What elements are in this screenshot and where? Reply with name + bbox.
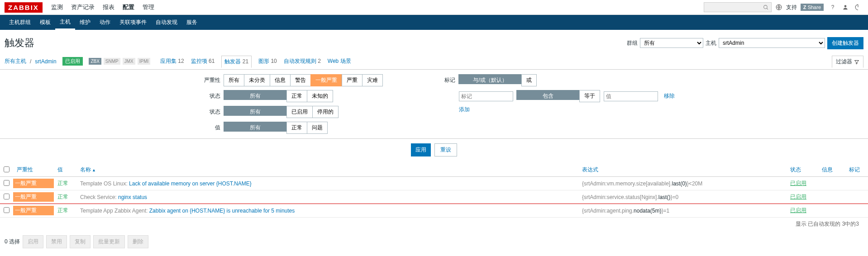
breadcrumb-host[interactable]: srtAdmin [35, 58, 56, 65]
tabs-row: 所有主机 / srtAdmin 已启用 ZBXSNMPJMXIPMI 应用集 1… [0, 53, 868, 70]
sub-nav: 主机群组模板主机维护动作关联项事件自动发现服务 [0, 15, 868, 30]
footer-btn-3: 批量更新 [93, 235, 125, 248]
tagmode-seg-opt-1[interactable]: 或 [521, 74, 537, 86]
sev-seg-opt-5[interactable]: 严重 [342, 74, 362, 86]
page-header: 触发器 群组 所有 主机 srtAdmin 创建触发器 [0, 30, 868, 53]
logout-icon[interactable] [853, 2, 863, 13]
breadcrumb-all-hosts[interactable]: 所有主机 [5, 57, 26, 65]
sev-seg-opt-1[interactable]: 未分类 [244, 74, 270, 86]
subnav-2[interactable]: 主机 [55, 15, 75, 30]
trigger-name-link[interactable]: Lack of available memory on server {HOST… [129, 180, 252, 187]
status-badge: 已启用 [62, 57, 83, 66]
zbx-badge: ZBX [89, 58, 101, 65]
filter-icon [854, 59, 859, 65]
tag-value-input[interactable] [604, 91, 658, 101]
sev-seg-opt-4[interactable]: 一般严重 [310, 74, 342, 86]
select-all-checkbox[interactable] [4, 166, 10, 172]
tab-3[interactable]: 图形 10 [258, 57, 277, 65]
filter-tab[interactable]: 过滤器 [832, 56, 863, 68]
subnav-4[interactable]: 动作 [95, 15, 115, 30]
sev-seg-opt-3[interactable]: 警告 [290, 74, 311, 86]
support-icon[interactable] [773, 2, 784, 13]
equals-button[interactable]: 等于 [579, 90, 600, 102]
col-expression[interactable]: 表达式 [578, 163, 787, 177]
expression-cell: {srtAdmin:service.status[Nginx].last()}=… [578, 190, 787, 204]
contains-button[interactable]: 包含 [516, 90, 580, 100]
sev-seg-opt-0[interactable]: 所有 [224, 74, 244, 86]
row-checkbox[interactable] [4, 180, 10, 186]
group-label: 群组 [627, 39, 638, 47]
tag-input[interactable] [459, 91, 513, 101]
reset-button[interactable]: 重设 [434, 143, 457, 156]
selected-count: 0 选择 [5, 238, 20, 246]
tab-2[interactable]: 触发器 21 [221, 56, 252, 68]
st2-seg-opt-1[interactable]: 已启用 [286, 106, 313, 118]
col-info: 信息 [818, 163, 845, 177]
support-link[interactable]: 支持 [786, 4, 797, 11]
triggers-table: 严重性 值 名称▲ 表达式 状态 信息 标记 一般严重 正常 Template … [0, 163, 868, 218]
state2-label: 状态 [193, 108, 220, 116]
tagmode-seg-opt-0[interactable]: 与/或（默认） [458, 74, 522, 84]
tab-5[interactable]: Web 场景 [328, 57, 351, 65]
col-value[interactable]: 值 [54, 163, 76, 177]
topnav-3[interactable]: 配置 [119, 3, 138, 11]
trigger-name-link[interactable]: Zabbix agent on {HOST.NAME} is unreachab… [149, 208, 295, 214]
severity-cell: 一般严重 [13, 179, 54, 188]
expression-cell: {srtAdmin:agent.ping.nodata(5m)}=1 [578, 204, 787, 218]
st2-seg-opt-0[interactable]: 所有 [224, 106, 287, 116]
col-severity[interactable]: 严重性 [13, 163, 54, 177]
logo[interactable]: ZABBIX [5, 2, 43, 13]
tab-1[interactable]: 监控项 61 [191, 57, 215, 65]
share-button[interactable]: Z Share [801, 4, 824, 11]
footer-btn-1: 禁用 [46, 235, 67, 248]
header-controls: 群组 所有 主机 srtAdmin 创建触发器 [627, 37, 863, 49]
apply-button[interactable]: 应用 [411, 143, 431, 156]
col-name[interactable]: 名称▲ [76, 163, 578, 177]
search-input[interactable] [704, 2, 772, 12]
row-checkbox[interactable] [4, 194, 10, 199]
user-icon[interactable] [840, 2, 851, 13]
sev-seg-opt-2[interactable]: 信息 [270, 74, 291, 86]
subnav-7[interactable]: 服务 [182, 15, 202, 30]
tab-4[interactable]: 自动发现规则 2 [284, 57, 321, 65]
sev-seg-opt-6[interactable]: 灾难 [362, 74, 383, 86]
subnav-0[interactable]: 主机群组 [5, 15, 35, 30]
status-link[interactable]: 已启用 [790, 207, 806, 213]
sort-asc-icon: ▲ [92, 168, 96, 172]
footer-btn-0: 启用 [23, 235, 43, 248]
st1-seg-opt-2[interactable]: 未知的 [307, 90, 333, 102]
add-tag-link[interactable]: 添加 [459, 106, 470, 114]
st1-seg-opt-1[interactable]: 正常 [286, 90, 307, 102]
val-seg-opt-2[interactable]: 问题 [307, 122, 328, 134]
topnav-0[interactable]: 监测 [47, 3, 67, 11]
table-row: 一般严重 正常 Check Service: nginx status {srt… [0, 190, 868, 204]
remove-tag-link[interactable]: 移除 [664, 92, 675, 100]
st1-seg-opt-0[interactable]: 所有 [224, 90, 287, 100]
tag-label: 标记 [428, 76, 455, 84]
val-seg-opt-0[interactable]: 所有 [224, 122, 287, 132]
col-status[interactable]: 状态 [787, 163, 818, 177]
host-select[interactable]: srtAdmin [719, 38, 825, 48]
value-cell: 正常 [57, 207, 68, 213]
val-seg-opt-1[interactable]: 正常 [286, 122, 307, 134]
status-link[interactable]: 已启用 [790, 180, 806, 186]
create-trigger-button[interactable]: 创建触发器 [827, 37, 863, 49]
trigger-name-link[interactable]: nginx status [118, 194, 147, 200]
subnav-5[interactable]: 关联项事件 [115, 15, 151, 30]
footer-actions: 0 选择 启用 禁用 复制 批量更新 删除 [0, 231, 868, 253]
status-link[interactable]: 已启用 [790, 194, 806, 200]
topnav-2[interactable]: 报表 [99, 3, 119, 11]
topnav-4[interactable]: 管理 [138, 3, 158, 11]
host-label: 主机 [706, 39, 716, 47]
tab-0[interactable]: 应用集 12 [160, 57, 184, 65]
subnav-3[interactable]: 维护 [75, 15, 95, 30]
st2-seg-opt-2[interactable]: 停用的 [312, 106, 339, 118]
help-icon[interactable]: ? [827, 2, 838, 13]
topnav-1[interactable]: 资产记录 [67, 3, 99, 11]
page-title: 触发器 [5, 36, 34, 50]
subnav-6[interactable]: 自动发现 [151, 15, 182, 30]
subnav-1[interactable]: 模板 [35, 15, 55, 30]
row-checkbox[interactable] [4, 207, 10, 213]
value-cell: 正常 [57, 180, 68, 186]
group-select[interactable]: 所有 [640, 38, 703, 48]
